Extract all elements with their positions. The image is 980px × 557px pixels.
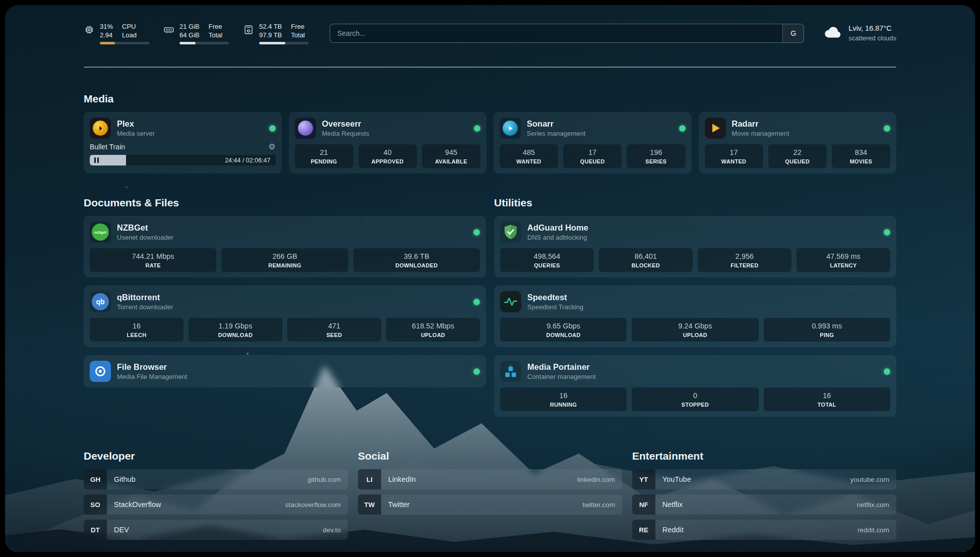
bookmark-url: reddit.com	[858, 520, 896, 540]
dashboard-screen: 31% 2.94 CPU Load	[5, 5, 975, 552]
bookmark-url: stackoverflow.com	[285, 494, 348, 515]
bookmark-linkedin[interactable]: LI LinkedIn linkedin.com	[358, 469, 622, 489]
now-playing-title: Bullet Train	[90, 143, 125, 151]
memory-label-1: Free	[209, 22, 222, 31]
resource-monitors: 31% 2.94 CPU Load	[84, 22, 309, 44]
disk-widget: 52.4 TB 97.9 TB Free Total	[243, 22, 309, 44]
stat-total: 16TOTAL	[764, 387, 890, 411]
cpu-label-2: Load	[122, 31, 137, 39]
pause-icon[interactable]	[94, 157, 99, 163]
search-bar: G	[330, 24, 804, 43]
service-name: Plex	[117, 119, 155, 129]
section-title-media: Media	[84, 93, 896, 105]
service-subtitle: Media Requests	[322, 130, 370, 137]
bookmark-abbr: TW	[358, 494, 381, 515]
stat-upload: 9.24 GbpsUPLOAD	[632, 318, 758, 342]
service-subtitle: Torrent downloader	[117, 303, 173, 311]
disk-bar-fill	[259, 42, 285, 44]
stat-ping: 0.993 msPING	[764, 318, 890, 342]
status-dot	[473, 368, 480, 375]
service-card-radarr[interactable]: Radarr Movie management 17WANTED 22QUEUE…	[699, 112, 897, 174]
service-card-speedtest[interactable]: Speedtest Speedtest Tracking 9.65 GbpsDO…	[494, 286, 896, 347]
bookmark-netflix[interactable]: NF Netflix netflix.com	[632, 494, 896, 515]
bookmark-abbr: YT	[632, 469, 655, 489]
settings-gear-icon[interactable]: ⚙	[268, 143, 275, 151]
service-name: Radarr	[732, 119, 789, 129]
stat-available: 945AVAILABLE	[422, 144, 480, 168]
bookmark-github[interactable]: GH Github github.com	[84, 469, 348, 489]
stat-downloaded: 39.6 TBDOWNLOADED	[353, 248, 480, 272]
service-subtitle: Container management	[527, 373, 596, 380]
bookmark-url: netflix.com	[856, 494, 896, 515]
service-card-adguard[interactable]: AdGuard Home DNS and adblocking 498,564Q…	[494, 216, 896, 277]
search-input[interactable]	[330, 24, 782, 42]
stat-approved: 40APPROVED	[358, 144, 417, 168]
bookmarks-developer: Developer GH Github github.com SO StackO…	[84, 450, 348, 540]
service-card-sonarr[interactable]: Sonarr Series management 485WANTED 17QUE…	[494, 112, 692, 174]
cpu-bar-fill	[100, 42, 115, 44]
adguard-icon	[500, 221, 521, 243]
portainer-icon	[500, 361, 521, 382]
bookmark-abbr: GH	[84, 469, 107, 489]
service-card-filebrowser[interactable]: File Browser Media File Management	[84, 355, 486, 387]
bookmark-name: Github	[107, 469, 136, 489]
disk-icon	[243, 22, 254, 44]
stat-wanted: 17WANTED	[705, 144, 763, 168]
bookmark-name: Reddit	[655, 520, 684, 540]
disk-label-1: Free	[291, 22, 304, 31]
stat-series: 196SERIES	[627, 144, 685, 168]
overseerr-icon	[295, 118, 316, 139]
service-card-plex[interactable]: Plex Media server Bullet Train ⚙	[84, 112, 282, 174]
bookmark-reddit[interactable]: RE Reddit reddit.com	[632, 520, 896, 540]
status-dot	[884, 229, 890, 236]
section-documents: Documents & Files nzbget NZBGet Usenet d…	[84, 197, 486, 387]
service-subtitle: Usenet downloader	[117, 234, 173, 241]
service-subtitle: Media server	[117, 130, 155, 137]
bookmarks-entertainment: Entertainment YT YouTube youtube.com NF …	[632, 450, 896, 540]
window-frame: 31% 2.94 CPU Load	[0, 0, 980, 557]
weather-location: Lviv, 16.87°C	[848, 24, 896, 33]
disk-total-value: 97.9 TB	[259, 31, 282, 39]
bookmark-twitter[interactable]: TW Twitter twitter.com	[358, 494, 622, 515]
bookmark-youtube[interactable]: YT YouTube youtube.com	[632, 469, 896, 489]
memory-total-value: 64 GiB	[179, 31, 200, 39]
stat-pending: 21PENDING	[295, 144, 353, 168]
section-title-developer: Developer	[84, 450, 348, 462]
status-dot	[474, 125, 480, 132]
header-divider	[84, 67, 896, 68]
section-utilities: Utilities	[494, 197, 896, 417]
stat-queued: 22QUEUED	[768, 144, 827, 168]
status-dot	[884, 125, 890, 132]
section-title-documents: Documents & Files	[84, 197, 486, 209]
service-name: File Browser	[117, 362, 187, 372]
bookmark-abbr: NF	[632, 494, 655, 515]
bookmark-stackoverflow[interactable]: SO StackOverflow stackoverflow.com	[84, 494, 348, 515]
bookmark-url: dev.to	[323, 520, 348, 540]
bookmark-name: StackOverflow	[107, 494, 161, 515]
bookmark-abbr: RE	[632, 520, 655, 540]
service-subtitle: Media File Management	[117, 373, 187, 380]
stat-stopped: 0STOPPED	[632, 387, 758, 411]
service-card-portainer[interactable]: Media Portainer Container management 16R…	[494, 355, 896, 417]
stat-filtered: 2,956FILTERED	[698, 248, 791, 272]
search-provider-button[interactable]: G	[782, 24, 804, 42]
stat-latency: 47.569 msLATENCY	[797, 248, 890, 272]
bookmark-url: twitter.com	[582, 494, 622, 515]
cpu-icon	[84, 22, 95, 44]
cpu-bar-track	[100, 42, 149, 44]
bookmark-name: LinkedIn	[381, 469, 416, 489]
service-name: AdGuard Home	[527, 223, 588, 233]
stat-movies: 834MOVIES	[832, 144, 890, 168]
stat-wanted: 485WANTED	[500, 144, 558, 168]
status-dot	[269, 125, 276, 132]
service-subtitle: DNS and adblocking	[527, 234, 588, 241]
service-card-overseerr[interactable]: Overseerr Media Requests 21PENDING 40APP…	[289, 112, 487, 174]
plex-progress-bar[interactable]: 24:44 / 02:06:47	[90, 155, 276, 165]
sonarr-icon	[500, 118, 521, 139]
service-name: qBittorrent	[117, 293, 173, 302]
bookmark-dev[interactable]: DT DEV dev.to	[84, 520, 348, 540]
service-card-qbittorrent[interactable]: qb qBittorrent Torrent downloader	[84, 286, 486, 347]
service-card-nzbget[interactable]: nzbget NZBGet Usenet downloader	[84, 216, 486, 277]
section-title-utilities: Utilities	[494, 197, 896, 209]
status-dot	[884, 368, 890, 375]
